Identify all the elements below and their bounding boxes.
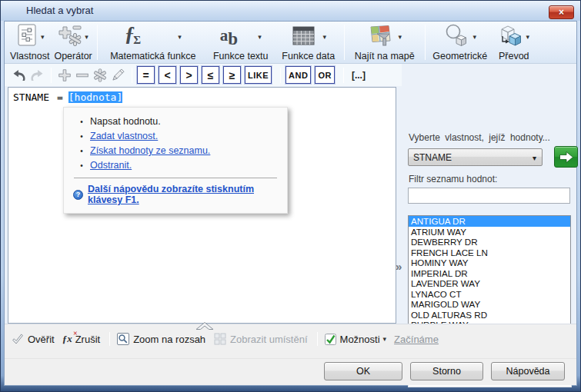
- bullet-icon: •: [73, 115, 90, 129]
- zoom-extent-button[interactable]: Zoom na rozsah: [116, 332, 205, 346]
- tooltip-text: Napsat hodnotu.: [90, 115, 161, 129]
- help-button[interactable]: Nápověda: [491, 362, 565, 380]
- list-item[interactable]: OLD ALTURAS RD: [409, 310, 570, 321]
- ribbon-toolbar: ▾ Vlastnost: [5, 22, 576, 64]
- date-function-icon: [291, 24, 316, 50]
- ribbon-group-label: Najít na mapě: [355, 51, 415, 62]
- undo-button[interactable]: [11, 67, 28, 84]
- expression-value-token[interactable]: [hodnota]: [68, 91, 122, 103]
- operator-icon: [58, 23, 82, 51]
- ribbon-group-label: Funkce textu: [213, 51, 269, 62]
- ribbon-group-funkce-textu[interactable]: ab ▾ Funkce textu: [206, 22, 275, 63]
- properties-icon: [15, 23, 38, 51]
- ribbon-group-label: Geometrické: [432, 51, 487, 62]
- chevron-down-icon[interactable]: ▾: [526, 33, 530, 41]
- cancel-button[interactable]: Storno: [410, 362, 483, 380]
- options-label: Možnosti: [340, 334, 380, 345]
- filter-label: Filtr seznamu hodnot:: [409, 174, 497, 184]
- bottom-strip: Ověřit ƒx× Zrušit Zoom na rozsah: [5, 324, 576, 385]
- close-icon: ×: [559, 7, 564, 18]
- list-item[interactable]: ANTIGUA DR: [409, 216, 570, 227]
- ribbon-group-operator[interactable]: ▾ Operátor: [52, 22, 94, 63]
- ribbon-group-label: Funkce data: [282, 51, 335, 62]
- titlebar[interactable]: Hledat a vybrat ×: [1, 1, 580, 21]
- add-button[interactable]: [56, 67, 73, 84]
- list-item[interactable]: IMPERIAL DR: [409, 268, 570, 279]
- ok-label: OK: [356, 366, 370, 377]
- values-panel-heading: Vyberte vlastnost, jejíž hodnoty...: [409, 132, 550, 143]
- operator-less-equal-button[interactable]: ≤: [202, 66, 219, 84]
- chevron-down-icon[interactable]: ▾: [85, 33, 88, 41]
- zoom-extent-label: Zoom na rozsah: [133, 334, 205, 345]
- chevron-down-icon[interactable]: ▾: [323, 33, 327, 41]
- chevron-down-icon[interactable]: ▾: [473, 33, 477, 41]
- list-item[interactable]: LYNACO CT: [409, 289, 570, 300]
- ok-button[interactable]: OK: [324, 362, 402, 380]
- getting-started-link[interactable]: Začínáme: [394, 334, 439, 345]
- toolbar-separator: [97, 25, 98, 60]
- chevron-down-icon[interactable]: ▾: [399, 33, 402, 41]
- operator-greater-button[interactable]: >: [180, 66, 198, 84]
- ribbon-group-matematicka-funkce[interactable]: ƒΣ ▾ Matematická funkce: [100, 22, 206, 63]
- list-item[interactable]: HOMINY WAY: [409, 257, 570, 268]
- ribbon-group-label: Matematická funkce: [110, 51, 195, 62]
- fx-cancel-icon: ƒx×: [62, 333, 72, 345]
- options-button[interactable]: Možnosti ▾: [324, 333, 387, 346]
- text-function-icon: ab: [220, 24, 238, 51]
- ribbon-group-funkce-data[interactable]: ▾ Funkce data: [275, 22, 342, 63]
- edit-pencil-button[interactable]: [109, 67, 126, 84]
- chevron-down-icon[interactable]: ▾: [258, 33, 262, 41]
- toolbar-separator: [343, 68, 344, 83]
- expression-operator-token[interactable]: =: [57, 91, 63, 103]
- value-hint-tooltip: • Napsat hodnotu. • Zadat vlastnost. • Z…: [63, 107, 288, 214]
- field-select-combo[interactable]: STNAME ▾: [408, 148, 543, 166]
- list-item[interactable]: FRENCH LACE LN: [409, 247, 570, 258]
- tooltip-link-odstranit[interactable]: Odstranit.: [90, 158, 132, 173]
- operator-or-button[interactable]: OR: [315, 66, 335, 84]
- tooltip-link-zadat-vlastnost[interactable]: Zadat vlastnost.: [90, 129, 158, 144]
- operator-like-button[interactable]: LIKE: [245, 66, 272, 84]
- ribbon-group-geometricke[interactable]: ▾ Geometrické: [428, 22, 493, 63]
- close-button[interactable]: ×: [549, 5, 574, 19]
- ribbon-group-vlastnost[interactable]: ▾ Vlastnost: [8, 22, 52, 63]
- panel-collapse-chevron[interactable]: »: [396, 261, 402, 272]
- parentheses-button[interactable]: [...]: [352, 70, 366, 81]
- tooltip-link-ziskat-hodnoty[interactable]: Získat hodnoty ze seznamu.: [90, 144, 210, 158]
- list-item[interactable]: DEWBERRY DR: [409, 237, 570, 247]
- tooltip-help-link[interactable]: Další nápovědu zobrazíte stisknutím kláv…: [88, 184, 278, 205]
- chevron-down-icon[interactable]: ▾: [41, 33, 45, 41]
- ribbon-group-prevod[interactable]: ▾ Převod: [493, 22, 536, 63]
- field-select-value: STNAME: [413, 152, 452, 163]
- list-item[interactable]: MARIGOLD WAY: [409, 299, 570, 310]
- window-title: Hledat a vybrat: [26, 5, 93, 16]
- remove-button[interactable]: [74, 67, 91, 84]
- operator-toolbar: = < > ≤ ≥ LIKE AND OR [...]: [5, 64, 402, 86]
- find-on-map-icon: [368, 23, 392, 51]
- operator-and-button[interactable]: AND: [285, 66, 311, 84]
- expression-field-token[interactable]: STNAME: [13, 91, 49, 103]
- operator-equals-button[interactable]: =: [137, 66, 155, 84]
- show-location-button: Zobrazit umístění: [213, 332, 307, 346]
- wildcard-button[interactable]: [92, 67, 109, 84]
- list-item[interactable]: ATRIUM WAY: [409, 227, 570, 238]
- toolbar-separator: [109, 332, 110, 346]
- cancel-expression-button[interactable]: ƒx× Zrušit: [62, 333, 101, 345]
- redo-button: [28, 67, 45, 84]
- location-grid-icon: [213, 332, 227, 346]
- verify-button[interactable]: Ověřit: [11, 332, 55, 346]
- verify-label: Ověřit: [28, 334, 55, 345]
- math-function-icon: ƒΣ: [125, 22, 141, 51]
- get-values-button[interactable]: [554, 146, 578, 168]
- chevron-down-icon[interactable]: ▾: [178, 33, 182, 41]
- list-item[interactable]: LAVENDER WAY: [409, 278, 570, 289]
- ribbon-group-najit-na-mape[interactable]: ▾ Najít na mapě: [347, 22, 422, 63]
- expression-editor[interactable]: STNAME=[hodnota] • Napsat hodnotu. • Zad…: [8, 87, 396, 324]
- help-label: Nápověda: [506, 366, 550, 377]
- footer-divider: [5, 358, 576, 359]
- operator-less-button[interactable]: <: [159, 66, 176, 84]
- ribbon-group-label: Vlastnost: [10, 51, 49, 62]
- show-location-label: Zobrazit umístění: [230, 334, 307, 345]
- operator-greater-equal-button[interactable]: ≥: [223, 66, 241, 84]
- filter-input[interactable]: [408, 188, 570, 204]
- main-area: STNAME=[hodnota] • Napsat hodnotu. • Zad…: [5, 86, 576, 324]
